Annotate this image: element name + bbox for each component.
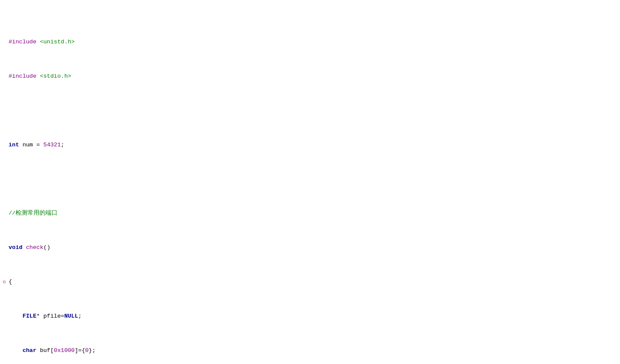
code-line: void check()	[9, 243, 620, 252]
code-line: #include <unistd.h>	[9, 38, 620, 46]
code-line: FILE* pfile=NULL;	[9, 312, 620, 321]
code-line: char buf[0x1000]={0};	[9, 346, 620, 355]
code-line: int num = 54321;	[9, 141, 620, 149]
code-line: ⊟ {	[9, 278, 620, 286]
code-line	[9, 106, 620, 115]
code-line: #include <stdio.h>	[9, 72, 620, 81]
code-line: //检测常用的端口	[9, 209, 620, 218]
code-line	[9, 175, 620, 184]
code-editor: #include <unistd.h> #include <stdio.h> i…	[0, 0, 620, 364]
